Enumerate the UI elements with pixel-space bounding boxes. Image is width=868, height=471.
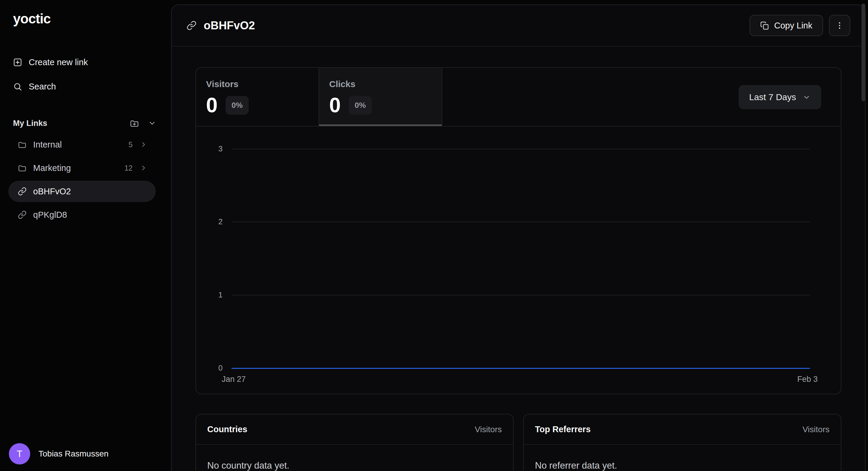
scrollbar[interactable] [862, 4, 865, 101]
top-referrers-empty-message: No referrer data yet. [524, 445, 841, 471]
links-nav: Internal 5 Marketing 12 oBHFvO2 qPKglD8 [8, 134, 156, 228]
link-icon [187, 21, 196, 30]
date-range-label: Last 7 Days [749, 92, 796, 102]
tab-clicks[interactable]: Clicks 0 0% [319, 68, 442, 126]
top-referrers-card: Top Referrers Visitors No referrer data … [523, 414, 841, 471]
top-referrers-visitors-column: Visitors [803, 425, 830, 434]
gridline [231, 295, 810, 295]
gridline [231, 149, 810, 149]
folder-icon [18, 164, 27, 172]
countries-card: Countries Visitors No country data yet. [195, 414, 514, 471]
breakdown-cards-row: Countries Visitors No country data yet. … [195, 414, 841, 471]
countries-card-header: Countries Visitors [196, 414, 513, 445]
visitors-value: 0 [206, 93, 217, 117]
visitors-change-badge: 0% [225, 96, 249, 115]
my-links-header: My Links [13, 117, 156, 129]
plus-square-icon [13, 58, 22, 67]
tab-label: Visitors [206, 79, 318, 89]
folder-plus-icon [130, 118, 139, 128]
x-axis-end-label: Feb 3 [797, 375, 818, 384]
date-range-selector[interactable]: Last 7 Days [739, 85, 821, 109]
user-profile[interactable]: T Tobias Rasmussen [9, 443, 108, 465]
app-root: yoctic Create new link Search My Links I… [0, 0, 868, 471]
x-axis-start-label: Jan 27 [222, 375, 246, 384]
top-referrers-card-header: Top Referrers Visitors [524, 414, 841, 445]
folder-icon [18, 140, 27, 149]
gridline [231, 222, 810, 222]
countries-visitors-column: Visitors [475, 425, 502, 434]
content-area: Visitors 0 0% Clicks 0 0% [172, 47, 865, 471]
analytics-card: Visitors 0 0% Clicks 0 0% [195, 67, 841, 394]
clicks-change-badge: 0% [349, 96, 372, 115]
countries-title: Countries [207, 424, 247, 434]
sidebar-folder-marketing[interactable]: Marketing 12 [8, 157, 156, 179]
tab-label: Clicks [329, 79, 442, 89]
series-line [231, 368, 810, 369]
search-icon [13, 82, 22, 91]
sidebar-link-obhfvo2[interactable]: oBHFvO2 [8, 181, 156, 202]
main-panel: oBHFvO2 Copy Link Visitors 0 0% [171, 4, 866, 471]
chevron-down-icon [148, 119, 156, 127]
folder-count: 5 [128, 140, 133, 149]
app-logo: yoctic [13, 11, 51, 27]
y-tick-label: 1 [204, 290, 223, 299]
countries-empty-message: No country data yet. [196, 445, 513, 471]
collapse-my-links-button[interactable] [148, 119, 156, 127]
link-label: oBHFvO2 [33, 187, 148, 197]
search-button[interactable]: Search [13, 79, 56, 94]
chevron-down-icon [803, 93, 811, 101]
create-new-link-label: Create new link [29, 57, 88, 67]
link-icon [18, 210, 27, 219]
create-new-link-button[interactable]: Create new link [13, 55, 88, 69]
page-header: oBHFvO2 Copy Link [172, 5, 865, 47]
tab-visitors[interactable]: Visitors 0 0% [196, 68, 319, 126]
search-label: Search [29, 82, 56, 91]
avatar: T [9, 443, 30, 465]
folder-count: 12 [124, 164, 133, 172]
link-label: qPKglD8 [33, 210, 148, 220]
folder-label: Internal [33, 140, 128, 150]
clicks-value: 0 [329, 93, 340, 117]
link-icon [18, 187, 27, 196]
y-tick-label: 2 [204, 217, 223, 226]
copy-link-button[interactable]: Copy Link [750, 15, 823, 36]
folder-label: Marketing [33, 163, 124, 173]
new-folder-button[interactable] [130, 118, 139, 128]
sidebar-link-qpkgld8[interactable]: qPKglD8 [8, 204, 156, 226]
tab-stat: 0 0% [329, 93, 442, 117]
copy-icon [760, 21, 769, 30]
more-options-button[interactable] [829, 15, 850, 36]
tab-stat: 0 0% [206, 93, 318, 117]
title-group: oBHFvO2 [187, 19, 255, 32]
my-links-title: My Links [13, 119, 48, 128]
user-name: Tobias Rasmussen [38, 449, 108, 459]
top-referrers-title: Top Referrers [535, 424, 591, 434]
page-title: oBHFvO2 [204, 19, 255, 32]
sidebar-folder-internal[interactable]: Internal 5 [8, 134, 156, 155]
clicks-line-chart: 3 2 1 0 Jan 27 [196, 126, 841, 394]
y-tick-label: 0 [204, 363, 223, 373]
y-tick-label: 3 [204, 144, 223, 153]
kebab-menu-icon [835, 21, 844, 30]
chevron-right-icon [140, 164, 148, 172]
sidebar: yoctic Create new link Search My Links I… [0, 0, 174, 471]
copy-link-label: Copy Link [774, 21, 812, 30]
chevron-right-icon [140, 141, 148, 148]
stats-tab-row: Visitors 0 0% Clicks 0 0% [196, 68, 841, 126]
